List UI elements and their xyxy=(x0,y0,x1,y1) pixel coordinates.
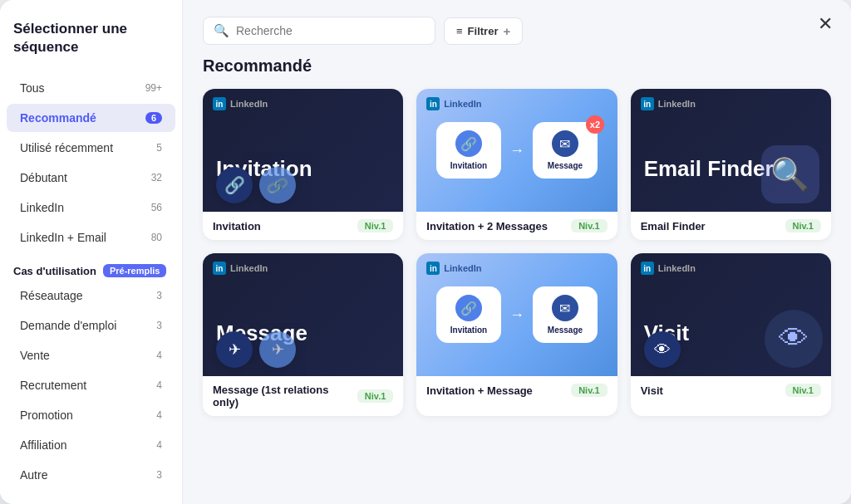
filter-button[interactable]: ≡ Filtrer + xyxy=(444,17,523,45)
linkedin-icon: in xyxy=(213,97,226,110)
linkedin-text: LinkedIn xyxy=(658,263,696,273)
sidebar: Sélectionner uneséquence Tous 99+ Recomm… xyxy=(0,0,183,504)
card-footer: Invitation + 2 Messages Niv.1 xyxy=(416,212,617,240)
main-content: 🔍 ≡ Filtrer + Recommandé in LinkedIn Inv… xyxy=(183,0,851,504)
card-email-finder[interactable]: in LinkedIn Email Finder 🔍 Email Finder … xyxy=(631,89,831,240)
card-invitation-2-messages[interactable]: in LinkedIn 🔗 Invitation → ✉ Message xyxy=(416,89,617,240)
sidebar-item-reseautage[interactable]: Réseautage 3 xyxy=(7,281,175,310)
card-icons-row: 🔗 🔗 xyxy=(216,167,296,203)
sidebar-item-debutant[interactable]: Débutant 32 xyxy=(7,164,175,192)
linkedin-label: in LinkedIn xyxy=(213,262,268,275)
message-node-icon: ✉ xyxy=(552,295,578,321)
flow-arrow: → xyxy=(509,306,524,324)
flow-node-message: ✉ Message xyxy=(533,286,598,343)
plus-icon: + xyxy=(503,24,510,38)
node-label: Message xyxy=(548,161,583,170)
linkedin-icon: in xyxy=(641,262,654,275)
sidebar-item-promotion[interactable]: Promotion 4 xyxy=(7,401,175,429)
linkedin-text: LinkedIn xyxy=(444,263,481,273)
sidebar-item-label: Recrutement xyxy=(20,379,86,392)
sidebar-item-label: Tous xyxy=(20,81,45,95)
level-badge: Niv.1 xyxy=(785,384,821,397)
linkedin-text: LinkedIn xyxy=(230,263,268,273)
linkedin-text: LinkedIn xyxy=(658,99,696,109)
linkedin-text: LinkedIn xyxy=(230,99,268,109)
sidebar-item-recommande[interactable]: Recommandé 6 xyxy=(7,104,175,132)
search-input-wrap[interactable]: 🔍 xyxy=(203,17,435,45)
search-input[interactable] xyxy=(236,24,425,37)
card-icons-row: ✈ ✈ xyxy=(216,331,296,368)
linkedin-icon: in xyxy=(426,97,440,110)
level-badge: Niv.1 xyxy=(357,389,393,403)
card-name: Message (1st relations only) xyxy=(213,384,357,409)
card-name: Visit xyxy=(641,384,663,397)
card-name: Email Finder xyxy=(641,220,706,232)
message-icon-circle: ✈ xyxy=(216,331,253,368)
linkedin-icon: in xyxy=(213,262,226,275)
sidebar-item-demande-emploi[interactable]: Demande d'emploi 3 xyxy=(7,311,175,340)
linkedin-label: in LinkedIn xyxy=(641,262,696,275)
sidebar-item-label: Autre xyxy=(20,468,47,482)
node-label: Invitation xyxy=(450,161,487,170)
sidebar-item-label: Vente xyxy=(20,349,50,362)
link-node-icon: 🔗 xyxy=(455,295,482,321)
card-invitation[interactable]: in LinkedIn Invitation 🔗 🔗 Invitation Ni… xyxy=(203,89,403,240)
sidebar-item-label: Recommandé xyxy=(20,111,96,125)
sidebar-item-count: 3 xyxy=(156,469,162,481)
flow-node-invitation: 🔗 Invitation xyxy=(436,286,501,343)
card-name: Invitation xyxy=(213,220,261,232)
flow-wrap: 🔗 Invitation → ✉ Message x2 xyxy=(436,122,598,179)
sidebar-item-linkedin[interactable]: LinkedIn 56 xyxy=(7,193,175,222)
card-message[interactable]: in LinkedIn Message ✈ ✈ Message (1st rel… xyxy=(203,253,403,416)
linkedin-label: in LinkedIn xyxy=(426,262,481,275)
sidebar-item-linkedin-email[interactable]: LinkedIn + Email 80 xyxy=(7,223,175,252)
filter-label: Filtrer xyxy=(468,25,499,37)
linkedin-label: in LinkedIn xyxy=(641,97,696,110)
sidebar-title: Sélectionner uneséquence xyxy=(0,20,182,73)
sidebar-item-vente[interactable]: Vente 4 xyxy=(7,341,175,369)
card-visit[interactable]: in LinkedIn Visit 👁 👁 Visit Niv.1 xyxy=(631,253,831,416)
sidebar-item-label: Promotion xyxy=(20,409,73,422)
linkedin-text: LinkedIn xyxy=(444,99,481,109)
sidebar-item-autre[interactable]: Autre 3 xyxy=(7,461,175,489)
section-label-text: Cas d'utilisation xyxy=(13,265,96,277)
flow-node-invitation: 🔗 Invitation xyxy=(436,122,501,179)
sidebar-item-tous[interactable]: Tous 99+ xyxy=(7,74,175,102)
level-badge: Niv.1 xyxy=(571,219,607,232)
visit-large-icon: 👁 xyxy=(765,310,823,368)
sidebar-item-recrutement[interactable]: Recrutement 4 xyxy=(7,371,175,399)
message-node-icon: ✉ xyxy=(552,130,578,157)
sidebar-item-utilise-recemment[interactable]: Utilisé récemment 5 xyxy=(7,134,175,162)
section-title: Recommandé xyxy=(203,56,831,76)
eye-icon-circle: 👁 xyxy=(644,331,681,368)
node-label: Invitation xyxy=(450,325,487,335)
search-icon: 🔍 xyxy=(214,23,229,38)
card-name: Invitation + 2 Messages xyxy=(426,220,548,232)
card-invitation-message[interactable]: in LinkedIn 🔗 Invitation → ✉ Message xyxy=(416,253,617,416)
link-icon-circle: 🔗 xyxy=(216,167,253,203)
flow-arrow: → xyxy=(509,142,524,159)
link-node-icon: 🔗 xyxy=(455,130,482,157)
sidebar-item-label: Débutant xyxy=(20,171,67,184)
sidebar-item-label: Affiliation xyxy=(20,438,67,452)
sidebar-item-label: LinkedIn + Email xyxy=(20,231,106,244)
linkedin-icon: in xyxy=(426,262,440,275)
close-button[interactable]: ✕ xyxy=(818,15,833,33)
linkedin-label: in LinkedIn xyxy=(213,97,268,110)
x2-badge: x2 xyxy=(586,115,604,134)
node-label: Message xyxy=(548,325,583,335)
flow-node-wrap: ✉ Message x2 xyxy=(533,122,598,179)
pre-remplis-badge: Pré-remplis xyxy=(103,264,167,277)
sidebar-item-label: Utilisé récemment xyxy=(20,141,113,154)
message-icon-circle2: ✈ xyxy=(259,331,296,368)
card-footer: Email Finder Niv.1 xyxy=(631,212,831,240)
sidebar-item-count: 6 xyxy=(145,112,162,124)
sidebar-item-count: 80 xyxy=(151,232,162,243)
card-footer: Message (1st relations only) Niv.1 xyxy=(203,376,403,416)
card-big-title: Email Finder xyxy=(644,156,774,182)
card-icons-row: 👁 xyxy=(644,331,681,368)
sidebar-item-affiliation[interactable]: Affiliation 4 xyxy=(7,431,175,459)
search-filter-row: 🔍 ≡ Filtrer + xyxy=(203,17,831,45)
sidebar-item-count: 32 xyxy=(151,172,162,183)
link-icon-circle2: 🔗 xyxy=(255,163,300,208)
